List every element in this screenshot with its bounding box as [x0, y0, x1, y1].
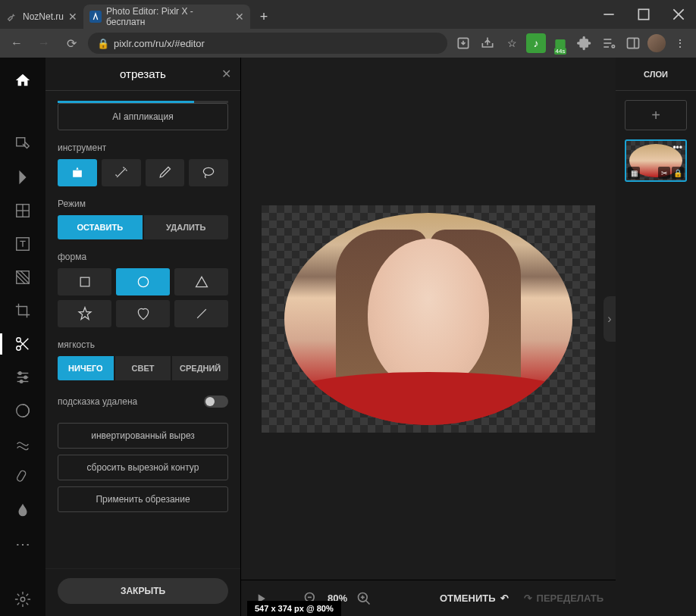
hint-removed-label: подсказка удалена [58, 396, 137, 407]
softness-light-button[interactable]: СВЕТ [115, 356, 171, 380]
svg-point-26 [19, 372, 22, 375]
tab-label: Photo Editor: Pixlr X - бесплатн [106, 6, 230, 27]
minimize-button[interactable] [591, 2, 626, 27]
add-layer-button[interactable]: + [625, 100, 687, 130]
canvas-area: › 547 x 374 px @ 80% 80% ОТМЕНИТЬ ↶ ↷ ПЕ… [241, 58, 616, 616]
cutout-tool[interactable] [0, 327, 45, 361]
music-ext-icon[interactable]: ♪ [526, 33, 546, 53]
lock-icon: 🔒 [97, 38, 109, 49]
layer-thumbnail[interactable]: ••• ▦ ✂ 🔒 [625, 139, 687, 182]
canvas-viewport[interactable]: › [241, 58, 616, 580]
tab-noznet[interactable]: NozNet.ru ✕ [0, 5, 83, 29]
close-window-button[interactable] [661, 2, 696, 27]
forward-button[interactable]: → [33, 33, 55, 54]
maximize-button[interactable] [626, 2, 661, 27]
instrument-label: инструмент [58, 142, 228, 153]
mode-label: Режим [58, 199, 228, 209]
shape-heart-button[interactable] [116, 300, 170, 327]
playlist-icon[interactable] [599, 33, 619, 53]
canvas[interactable] [262, 205, 595, 433]
ai-tool[interactable] [0, 161, 45, 194]
mode-keep-button[interactable]: ОСТАВИТЬ [58, 215, 143, 239]
svg-point-34 [138, 277, 148, 286]
shape-line-button[interactable] [174, 300, 228, 327]
tab-label: NozNet.ru [23, 11, 64, 22]
shape-circle-button[interactable] [116, 268, 170, 295]
fill-tool[interactable] [0, 261, 45, 294]
redo-button[interactable]: ↷ ПЕРЕДЕЛАТЬ [524, 593, 604, 604]
shape-cutout-tool[interactable] [58, 159, 97, 186]
zoom-in-button[interactable] [356, 591, 372, 606]
softness-none-button[interactable]: НИЧЕГО [58, 356, 114, 380]
hint-toggle[interactable] [204, 396, 228, 408]
url-input[interactable]: 🔒 pixlr.com/ru/x/#editor [88, 33, 447, 54]
more-tool[interactable]: ⋯ [0, 527, 45, 561]
close-icon[interactable]: ✕ [68, 11, 77, 23]
close-panel-button[interactable]: ЗАКРЫТЬ [58, 578, 228, 604]
arrange-tool[interactable] [0, 127, 45, 161]
star-icon[interactable]: ☆ [502, 33, 522, 53]
browser-addressbar: ← → ⟳ 🔒 pixlr.com/ru/x/#editor ☆ ♪ 44s ⋮ [0, 29, 696, 58]
expand-handle[interactable]: › [604, 296, 616, 342]
brush-cutout-tool[interactable] [146, 159, 185, 186]
draw-tool[interactable] [0, 494, 45, 527]
softness-label: мягкость [58, 339, 228, 350]
browser-titlebar: NozNet.ru ✕ Photo Editor: Pixlr X - бесп… [0, 0, 696, 29]
image-icon: ▦ [628, 167, 640, 179]
panel-icon[interactable] [623, 33, 643, 53]
apply-crop-button[interactable]: Применить обрезание [58, 486, 228, 512]
url-text: pixlr.com/ru/x/#editor [114, 38, 205, 49]
extensions-icon[interactable] [575, 33, 594, 53]
close-icon[interactable]: ✕ [235, 11, 244, 23]
softness-medium-button[interactable]: СРЕДНИЙ [172, 356, 228, 380]
settings-panel: отрезать ✕ AI аппликация инструмент Режи… [45, 58, 241, 616]
hint-toggle-row: подсказка удалена [58, 396, 228, 408]
svg-point-31 [20, 597, 25, 602]
canvas-info: 547 x 374 px @ 80% [247, 601, 341, 616]
layout-tool[interactable] [0, 194, 45, 227]
reset-contour-button[interactable]: сбросить вырезной контур [58, 455, 228, 480]
panel-close-button[interactable]: ✕ [221, 67, 231, 81]
home-button[interactable] [0, 64, 45, 97]
adjust-tool[interactable] [0, 361, 45, 394]
settings-button[interactable] [0, 583, 45, 616]
invert-cut-button[interactable]: инвертированный вырез [58, 423, 228, 449]
photo-oval [284, 213, 572, 425]
text-tool[interactable] [0, 227, 45, 261]
crop-tool[interactable] [0, 294, 45, 327]
svg-point-20 [17, 346, 21, 351]
svg-point-28 [20, 380, 23, 383]
shape-square-button[interactable] [58, 268, 111, 295]
menu-icon[interactable]: ⋮ [670, 33, 690, 53]
mode-remove-button[interactable]: УДАЛИТЬ [144, 215, 229, 239]
share-icon[interactable] [478, 33, 497, 53]
shape-star-button[interactable] [58, 300, 111, 327]
svg-rect-6 [555, 39, 565, 48]
profile-avatar[interactable] [647, 34, 666, 52]
panel-body: AI аппликация инструмент Режим ОСТАВИТЬ … [45, 91, 240, 568]
undo-button[interactable]: ОТМЕНИТЬ ↶ [440, 593, 509, 604]
svg-point-27 [24, 376, 27, 379]
ai-application-button[interactable]: AI аппликация [58, 103, 228, 130]
retouch-tool[interactable] [0, 461, 45, 494]
svg-point-32 [203, 167, 213, 175]
layer-menu-icon[interactable]: ••• [672, 142, 682, 153]
svg-rect-11 [628, 38, 639, 48]
svg-point-19 [17, 338, 21, 342]
svg-line-40 [366, 600, 370, 604]
install-icon[interactable] [453, 33, 473, 53]
shape-triangle-button[interactable] [174, 268, 228, 295]
new-tab-button[interactable]: + [253, 6, 274, 27]
reload-button[interactable]: ⟳ [61, 33, 82, 54]
pixlr-app: ⋯ отрезать ✕ AI аппликация инструмент Ре… [0, 58, 696, 616]
tab-pixlr[interactable]: Photo Editor: Pixlr X - бесплатн ✕ [83, 5, 250, 29]
back-button[interactable]: ← [6, 33, 27, 54]
filter-tool[interactable] [0, 394, 45, 427]
timer-ext-icon[interactable]: 44s [550, 33, 570, 53]
liquify-tool[interactable] [0, 427, 45, 461]
undo-icon: ↶ [500, 593, 509, 604]
extension-icons: ☆ ♪ 44s ⋮ [453, 33, 690, 53]
browser-tabs: NozNet.ru ✕ Photo Editor: Pixlr X - бесп… [0, 0, 591, 29]
lasso-cutout-tool[interactable] [189, 159, 228, 186]
magic-wand-tool[interactable] [102, 159, 141, 186]
